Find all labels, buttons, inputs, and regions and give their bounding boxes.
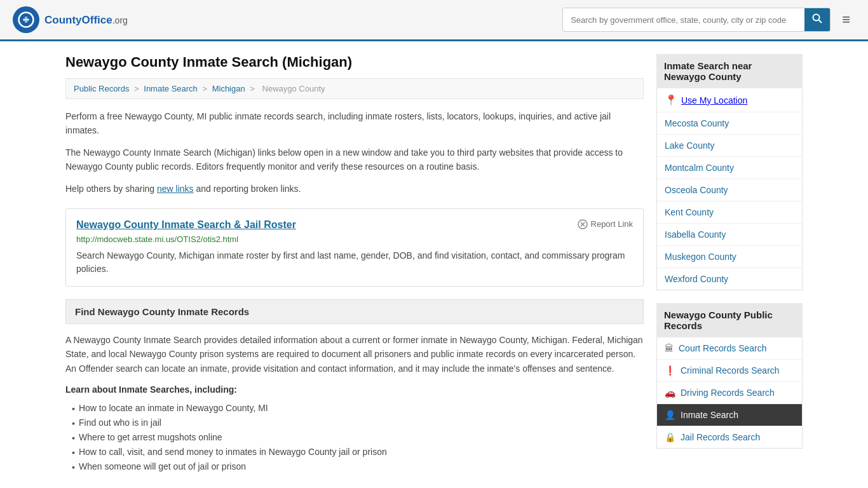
breadcrumb-michigan[interactable]: Michigan bbox=[212, 84, 245, 93]
report-icon bbox=[578, 219, 588, 229]
learn-header: Learn about Inmate Searches, including: bbox=[65, 384, 644, 395]
logo-area[interactable]: CountyOffice.org bbox=[13, 6, 128, 33]
sidebar-item-muskegon[interactable]: Muskegon County bbox=[657, 246, 802, 268]
sidebar-item-kent[interactable]: Kent County bbox=[657, 201, 802, 224]
driving-icon: 🚗 bbox=[665, 388, 675, 398]
description-1: Perform a free Newaygo County, MI public… bbox=[65, 109, 644, 138]
description-3: Help others by sharing new links and rep… bbox=[65, 182, 644, 196]
find-section-body: A Newaygo County Inmate Search provides … bbox=[65, 333, 644, 376]
sidebar: Inmate Search near Newaygo County 📍 Use … bbox=[656, 54, 803, 474]
main-container: Newaygo County Inmate Search (Michigan) … bbox=[53, 41, 815, 487]
header-right: ≡ bbox=[562, 8, 855, 32]
use-location-link[interactable]: Use My Location bbox=[681, 95, 747, 105]
criminal-icon: ❗ bbox=[665, 365, 675, 376]
resource-title-link[interactable]: Newaygo County Inmate Search & Jail Rost… bbox=[76, 219, 296, 231]
court-icon: 🏛 bbox=[665, 343, 674, 353]
sidebar-item-montcalm[interactable]: Montcalm County bbox=[657, 157, 802, 179]
sidebar-item-lake[interactable]: Lake County bbox=[657, 135, 802, 157]
resource-url[interactable]: http://mdocweb.state.mi.us/OTIS2/otis2.h… bbox=[76, 234, 633, 244]
description-2: The Newaygo County Inmate Search (Michig… bbox=[65, 146, 644, 174]
sidebar-item-isabella[interactable]: Isabella County bbox=[657, 224, 802, 246]
find-section-header: Find Newaygo County Inmate Records bbox=[65, 299, 644, 324]
sidebar-nearby-title: Inmate Search near Newaygo County bbox=[656, 54, 803, 88]
resource-description: Search Newaygo County, Michigan inmate r… bbox=[76, 249, 633, 276]
learn-list: How to locate an inmate in Newaygo Count… bbox=[65, 401, 644, 474]
search-input[interactable] bbox=[563, 10, 804, 30]
content-area: Newaygo County Inmate Search (Michigan) … bbox=[65, 54, 644, 474]
sidebar-item-osceola[interactable]: Osceola County bbox=[657, 179, 802, 201]
learn-item: When someone will get out of jail or pri… bbox=[72, 459, 644, 474]
logo-text: CountyOffice.org bbox=[44, 13, 128, 27]
breadcrumb: Public Records > Inmate Search > Michiga… bbox=[65, 78, 644, 99]
breadcrumb-public-records[interactable]: Public Records bbox=[74, 84, 129, 93]
location-icon: 📍 bbox=[665, 94, 677, 106]
sidebar-item-inmate-search[interactable]: 👤 Inmate Search bbox=[657, 404, 802, 426]
report-link-button[interactable]: Report Link bbox=[578, 219, 633, 229]
menu-button[interactable]: ≡ bbox=[837, 9, 855, 30]
resource-card-header: Newaygo County Inmate Search & Jail Rost… bbox=[76, 219, 633, 231]
sidebar-item-driving-records[interactable]: 🚗 Driving Records Search bbox=[657, 382, 802, 404]
site-header: CountyOffice.org ≡ bbox=[0, 0, 868, 41]
find-records-section: Find Newaygo County Inmate Records A New… bbox=[65, 299, 644, 474]
use-location-item[interactable]: 📍 Use My Location bbox=[657, 88, 802, 112]
logo-icon bbox=[13, 6, 39, 33]
page-title: Newaygo County Inmate Search (Michigan) bbox=[65, 54, 644, 71]
sidebar-item-criminal-records[interactable]: ❗ Criminal Records Search bbox=[657, 360, 802, 382]
resource-card: Newaygo County Inmate Search & Jail Rost… bbox=[65, 208, 644, 287]
learn-item: Find out who is in jail bbox=[72, 416, 644, 430]
sidebar-item-court-records[interactable]: 🏛 Court Records Search bbox=[657, 337, 802, 360]
svg-line-4 bbox=[819, 20, 822, 24]
sidebar-public-records-list: 🏛 Court Records Search ❗ Criminal Record… bbox=[656, 337, 803, 449]
sidebar-nearby-list: 📍 Use My Location Mecosta County Lake Co… bbox=[656, 88, 803, 290]
new-links-link[interactable]: new links bbox=[157, 184, 194, 194]
search-bar[interactable] bbox=[562, 8, 831, 32]
sidebar-item-mecosta[interactable]: Mecosta County bbox=[657, 112, 802, 135]
sidebar-item-wexford[interactable]: Wexford County bbox=[657, 268, 802, 290]
sidebar-item-jail-records[interactable]: 🔒 Jail Records Search bbox=[657, 426, 802, 448]
jail-icon: 🔒 bbox=[665, 432, 675, 442]
learn-item: How to locate an inmate in Newaygo Count… bbox=[72, 401, 644, 416]
learn-item: How to call, visit, and send money to in… bbox=[72, 445, 644, 459]
svg-point-3 bbox=[813, 15, 820, 21]
breadcrumb-inmate-search[interactable]: Inmate Search bbox=[144, 84, 198, 93]
learn-item: Where to get arrest mugshots online bbox=[72, 430, 644, 445]
breadcrumb-current: Newaygo County bbox=[262, 84, 325, 93]
sidebar-public-records-section: Newaygo County Public Records 🏛 Court Re… bbox=[656, 303, 803, 449]
inmate-icon: 👤 bbox=[665, 410, 675, 420]
sidebar-public-records-title: Newaygo County Public Records bbox=[656, 303, 803, 337]
sidebar-nearby-section: Inmate Search near Newaygo County 📍 Use … bbox=[656, 54, 803, 290]
search-button[interactable] bbox=[804, 8, 830, 31]
